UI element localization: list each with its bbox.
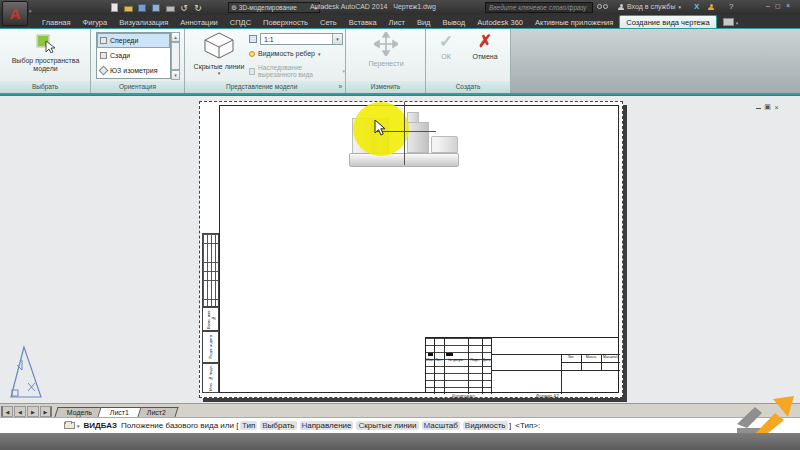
format-label: Формат А3 <box>536 394 559 399</box>
window-maximize-button[interactable]: ▢ <box>775 2 781 9</box>
scale-combobox[interactable]: 1:1 ▾ <box>260 33 343 45</box>
cube-icon <box>202 31 236 59</box>
prev-layout-button[interactable]: ◀ <box>14 406 26 417</box>
chevron-down-icon[interactable]: ▾ <box>736 20 739 26</box>
option-masshtab[interactable]: Масштаб <box>422 421 460 430</box>
panel-select-title[interactable]: Выбрать <box>0 81 90 93</box>
tab-list1[interactable]: Лист1 <box>98 407 142 417</box>
inherit-section-label: Наследование вырезанного вида <box>258 64 340 78</box>
save-as-icon[interactable] <box>150 2 162 13</box>
redo-icon[interactable]: ↻ <box>192 2 204 13</box>
tab-set[interactable]: Сеть <box>314 16 343 28</box>
cancel-button[interactable]: ✗ Отмена <box>464 31 506 60</box>
option-napravlenie[interactable]: Направление <box>300 421 354 430</box>
app-menu-arrow-icon[interactable]: ▾ <box>29 8 32 14</box>
workspace-switcher[interactable]: ⚙ 3D-моделирование ▾ <box>228 2 320 13</box>
next-layout-button[interactable]: ▶ <box>27 406 39 417</box>
drawing-canvas[interactable]: Взам. инв. № Подп. и дата Инв. № подл. И… <box>0 95 800 403</box>
stamp-cell: Подп. и дата <box>202 331 219 363</box>
tab-list2[interactable]: Лист2 <box>135 407 179 417</box>
command-line[interactable]: ▾ ВИДБАЗ Положение базового вида или [ Т… <box>0 417 800 433</box>
last-layout-button[interactable]: ▶ <box>40 406 52 417</box>
edge-visibility-button[interactable]: Видимость ребер ▾ <box>249 50 321 57</box>
chevron-down-icon[interactable]: ▾ <box>77 423 80 429</box>
new-file-icon[interactable] <box>108 2 120 13</box>
cursor-arrow <box>374 120 386 137</box>
option-vidimost[interactable]: Видимость <box>463 421 508 430</box>
gear-icon: ⚙ <box>231 4 237 12</box>
tab-poverhnost[interactable]: Поверхность <box>257 16 314 28</box>
save-icon[interactable] <box>136 2 148 13</box>
window-close-button[interactable]: × <box>786 2 790 9</box>
edge-visibility-label: Видимость ребер <box>258 50 315 57</box>
mdi-close-button[interactable]: × <box>772 103 781 111</box>
view-cube-icon <box>100 52 107 59</box>
panel-representation-title[interactable]: Представление модели » <box>185 81 345 93</box>
option-vybrat[interactable]: Выбрать <box>260 421 296 430</box>
panel-expand-icon[interactable]: » <box>338 81 342 93</box>
header-masshtab: Масштаб <box>601 355 620 359</box>
option-skrytye-linii[interactable]: Скрытые линии <box>356 421 418 430</box>
orientation-list: Спереди Сзади ЮЗ изометрия <box>96 32 171 79</box>
panel-orientation-title[interactable]: Ориентация <box>91 81 184 93</box>
recent-commands-icon[interactable] <box>64 422 75 429</box>
chevron-down-icon[interactable]: ▾ <box>332 34 342 44</box>
title-block: Изм. Лист № докум. Подп. Дата Лит. Масса… <box>425 337 619 393</box>
orientation-scroll-up[interactable]: ▴ <box>171 32 180 42</box>
watermark-logo <box>731 396 798 438</box>
mdi-restore-button[interactable]: ▣ <box>763 103 772 111</box>
plot-icon[interactable] <box>164 2 176 13</box>
orientation-option-sw-iso[interactable]: ЮЗ изометрия <box>97 63 170 78</box>
panel-create-title[interactable]: Создать <box>426 81 510 93</box>
orientation-scroll-thumb[interactable] <box>171 42 180 70</box>
tab-list[interactable]: Лист <box>383 16 411 28</box>
tab-annotacii[interactable]: Аннотации <box>174 16 224 28</box>
tab-sozdanie-vida-chertezha[interactable]: Создание вида чертежа <box>619 15 716 28</box>
command-prompt: Положение базового вида или [ <box>121 421 238 430</box>
window-minimize-button[interactable]: – <box>766 2 770 9</box>
workspace-label: 3D-моделирование <box>239 4 297 11</box>
search-icon[interactable] <box>597 4 608 9</box>
preview-cylinder <box>431 136 458 153</box>
open-file-icon[interactable] <box>122 2 134 13</box>
tab-spds[interactable]: СПДС <box>224 16 257 28</box>
panel-modify-title[interactable]: Изменить <box>346 81 425 93</box>
lightbulb-icon <box>249 51 255 57</box>
layout-tab-bar: ◀ ◀ ▶ ▶ Модель Лист1 Лист2 <box>0 403 800 417</box>
tab-figura[interactable]: Фигура <box>77 16 114 28</box>
orientation-option-front[interactable]: Спереди <box>97 33 170 48</box>
tab-autodesk360[interactable]: Autodesk 360 <box>471 16 529 28</box>
status-bar: 203.3354, 264.9148, 0.0000 + ⊞ ▦ ∟ ∠ ▭ ◇… <box>0 433 800 450</box>
application-menu-button[interactable]: A <box>2 1 28 26</box>
hidden-lines-button[interactable]: Скрытые линии ▾ <box>193 31 245 76</box>
tab-aktivnye-prilozheniya[interactable]: Активные приложения <box>529 16 619 28</box>
mdi-minimize-button[interactable] <box>754 103 763 111</box>
first-layout-button[interactable]: ◀ <box>1 406 13 417</box>
tab-glavnaya[interactable]: Главная <box>36 16 77 28</box>
tab-vizualizaciya[interactable]: Визуализация <box>113 16 174 28</box>
help-icon[interactable]: ? <box>729 2 733 11</box>
scale-value: 1:1 <box>261 36 274 43</box>
ok-label: ОК <box>430 53 462 60</box>
ribbon: Выбор пространства модели Выбрать Сперед… <box>0 28 800 95</box>
exchange-apps-icon[interactable]: X <box>694 2 699 11</box>
search-input[interactable]: Введите ключевое слово/фразу <box>485 2 593 13</box>
preview-column <box>407 122 429 153</box>
select-model-space-button[interactable]: Выбор пространства модели <box>0 31 91 79</box>
record-icon[interactable] <box>723 18 734 26</box>
orientation-option-back[interactable]: Сзади <box>97 48 170 63</box>
select-model-space-label: Выбор пространства модели <box>0 57 91 73</box>
quick-access-toolbar: ↺ ↻ <box>108 2 206 13</box>
crosshair-vertical <box>404 102 405 165</box>
col-data: Дата <box>482 358 491 362</box>
option-tip[interactable]: Тип <box>240 421 257 430</box>
paper-shadow <box>203 398 627 402</box>
tab-vstavka[interactable]: Вставка <box>343 16 383 28</box>
undo-icon[interactable]: ↺ <box>178 2 190 13</box>
orientation-scroll-down[interactable]: ▾ <box>171 70 180 80</box>
tab-vyvod[interactable]: Вывод <box>436 16 471 28</box>
sign-in-button[interactable]: Вход в службы ▾ <box>618 3 681 10</box>
panel-modify: Перенести Изменить <box>346 29 426 93</box>
communication-center-icon[interactable] <box>708 4 714 10</box>
tab-vid[interactable]: Вид <box>411 16 437 28</box>
